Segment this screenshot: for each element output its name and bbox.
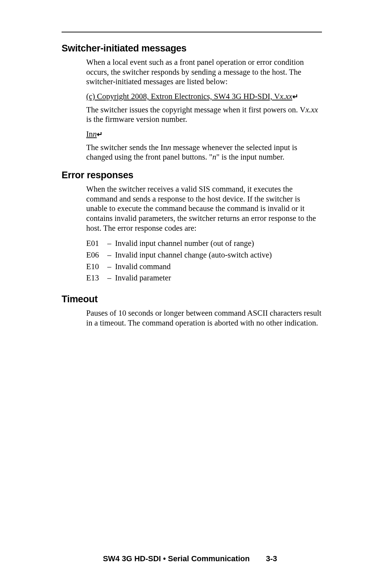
- error-list: E01 – Invalid input channel number (out …: [86, 238, 322, 284]
- copyright-var: x.xx: [280, 92, 292, 101]
- section-timeout: Timeout Pauses of 10 seconds or longer b…: [62, 294, 322, 328]
- error-desc: Invalid input channel number (out of ran…: [115, 238, 254, 249]
- error-desc: Invalid parameter: [115, 272, 171, 284]
- error-code: E13: [86, 272, 107, 284]
- switcher-para2: The switcher issues the copyright messag…: [86, 105, 322, 124]
- error-item: E01 – Invalid input channel number (out …: [86, 238, 322, 249]
- error-code: E01: [86, 238, 107, 249]
- page-footer: SW4 3G HD-SDI • Serial Communication 3-3: [0, 554, 380, 563]
- error-code: E06: [86, 249, 107, 261]
- error-item: E06 – Invalid input channel change (auto…: [86, 249, 322, 261]
- error-desc: Invalid command: [115, 261, 171, 273]
- error-item: E10 – Invalid command: [86, 261, 322, 273]
- error-item: E13 – Invalid parameter: [86, 272, 322, 284]
- para2-var: x.xx: [305, 105, 318, 114]
- errors-para1: When the switcher receives a valid SIS c…: [86, 184, 322, 233]
- error-dash: –: [107, 238, 115, 249]
- error-code: E10: [86, 261, 107, 273]
- page-content: Switcher-initiated messages When a local…: [0, 0, 380, 328]
- top-rule: [62, 32, 322, 32]
- error-dash: –: [107, 272, 115, 284]
- error-dash: –: [107, 261, 115, 273]
- switcher-para3: The switcher sends the Inn message whene…: [86, 143, 322, 162]
- para2-suffix: is the firmware version number.: [86, 115, 187, 124]
- para3-var2: n: [212, 153, 216, 161]
- heading-timeout: Timeout: [62, 294, 322, 305]
- inn-var: n: [93, 130, 97, 138]
- section-switcher: Switcher-initiated messages When a local…: [62, 43, 322, 162]
- inn-prefix: In: [86, 130, 93, 138]
- para2-prefix: The switcher issues the copyright messag…: [86, 105, 305, 114]
- para3-prefix: The switcher sends the In: [86, 143, 167, 152]
- return-icon: ↵: [97, 130, 103, 139]
- heading-errors: Error responses: [62, 170, 322, 181]
- inn-line: Inn↵: [86, 129, 322, 139]
- para3-suffix: " is the input number.: [216, 153, 285, 161]
- return-icon: ↵: [292, 92, 298, 101]
- footer-title: SW4 3G HD-SDI • Serial Communication: [103, 554, 249, 563]
- section-errors: Error responses When the switcher receiv…: [62, 170, 322, 284]
- error-desc: Invalid input channel change (auto-switc…: [115, 249, 272, 261]
- heading-switcher: Switcher-initiated messages: [62, 43, 322, 54]
- footer-page: 3-3: [266, 554, 277, 563]
- para3-var1: n: [167, 143, 171, 152]
- timeout-para1: Pauses of 10 seconds or longer between c…: [86, 308, 322, 328]
- copyright-line: (c) Copyright 2008, Extron Electronics, …: [86, 92, 322, 101]
- copyright-prefix: (c) Copyright 2008, Extron Electronics, …: [86, 92, 280, 101]
- error-dash: –: [107, 249, 115, 261]
- switcher-para1: When a local event such as a front panel…: [86, 57, 322, 87]
